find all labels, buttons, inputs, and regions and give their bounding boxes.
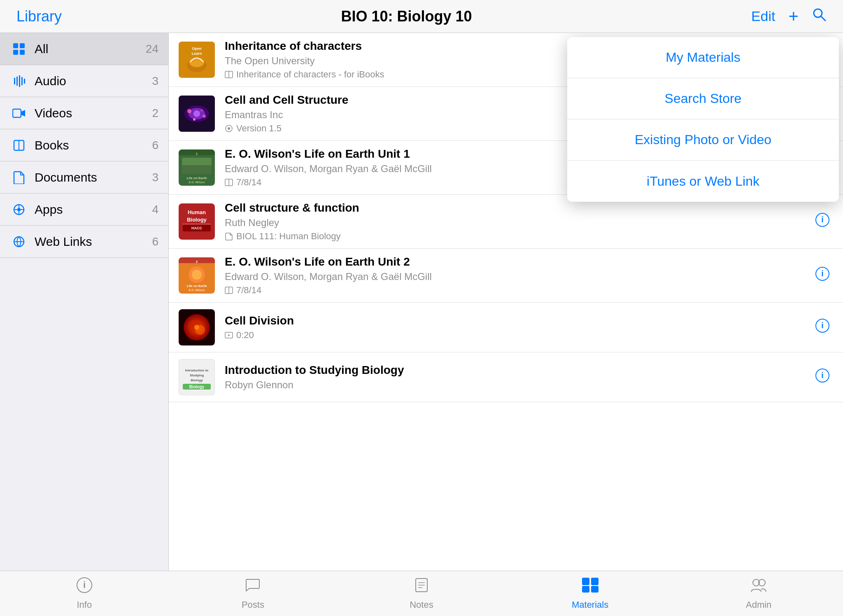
info-button[interactable]: i bbox=[812, 365, 833, 390]
list-item[interactable]: 2 Life on Earth E.O. Wilson E. O. Wilson… bbox=[169, 249, 843, 303]
sidebar-label-all: All bbox=[35, 42, 146, 56]
tab-bar: i Info Posts Notes Materials Admin bbox=[0, 571, 843, 616]
admin-tab-icon bbox=[750, 577, 768, 597]
svg-rect-3 bbox=[20, 43, 25, 48]
svg-point-27 bbox=[189, 57, 204, 67]
notes-tab-label: Notes bbox=[410, 600, 433, 610]
svg-text:Biology: Biology bbox=[189, 385, 205, 389]
item-thumbnail: Open Learn bbox=[179, 42, 215, 78]
svg-point-33 bbox=[193, 110, 200, 117]
sidebar-count-weblinks: 6 bbox=[152, 235, 158, 248]
sidebar-item-documents[interactable]: Documents 3 bbox=[0, 161, 168, 194]
audio-icon bbox=[10, 75, 28, 88]
books-icon bbox=[10, 139, 28, 152]
svg-rect-5 bbox=[20, 50, 25, 55]
info-tab-label: Info bbox=[77, 600, 92, 610]
dropdown-item-search-store[interactable]: Search Store bbox=[567, 78, 839, 119]
info-button[interactable]: i bbox=[812, 209, 833, 234]
svg-text:Biology: Biology bbox=[191, 378, 203, 382]
nav-bar: Library BIO 10: Biology 10 Edit + bbox=[0, 0, 843, 33]
info-button[interactable]: i bbox=[812, 263, 833, 288]
item-subtitle: Edward O. Wilson, Morgan Ryan & Gaël McG… bbox=[225, 271, 812, 282]
list-item[interactable]: Cell Division 0:20 i bbox=[169, 303, 843, 352]
sidebar-count-videos: 2 bbox=[152, 107, 158, 120]
item-thumbnail: Biology Introduction to Studying Biology bbox=[179, 359, 215, 395]
tab-item-notes[interactable]: Notes bbox=[337, 571, 506, 616]
item-meta-text: BIOL 111: Human Biology bbox=[236, 231, 341, 242]
sidebar-count-documents: 3 bbox=[152, 171, 158, 184]
sidebar-label-documents: Documents bbox=[35, 170, 152, 184]
item-title: Introduction to Studying Biology bbox=[225, 364, 812, 377]
tab-item-info[interactable]: i Info bbox=[0, 571, 169, 616]
sidebar-label-videos: Videos bbox=[35, 106, 152, 120]
svg-rect-98 bbox=[591, 586, 598, 593]
dropdown-item-existing-photo-video[interactable]: Existing Photo or Video bbox=[567, 119, 839, 161]
svg-text:i: i bbox=[83, 580, 86, 590]
svg-text:i: i bbox=[821, 215, 824, 224]
item-thumbnail bbox=[179, 96, 215, 132]
sidebar-item-all[interactable]: All 24 bbox=[0, 33, 168, 65]
svg-rect-11 bbox=[13, 109, 21, 117]
sidebar-label-weblinks: Web Links bbox=[35, 235, 152, 249]
svg-rect-4 bbox=[13, 50, 18, 55]
edit-button[interactable]: Edit bbox=[751, 8, 775, 24]
weblinks-icon bbox=[10, 235, 28, 248]
sidebar-count-audio: 3 bbox=[152, 75, 158, 88]
svg-rect-9 bbox=[21, 77, 23, 85]
svg-rect-95 bbox=[582, 578, 589, 585]
svg-text:Biology: Biology bbox=[187, 217, 207, 223]
videos-icon bbox=[10, 107, 28, 120]
item-meta-text: 7/8/14 bbox=[236, 177, 261, 188]
item-info: Introduction to Studying Biology Robyn G… bbox=[225, 364, 812, 391]
list-item[interactable]: Biology Introduction to Studying Biology… bbox=[169, 352, 843, 402]
item-meta: 0:20 bbox=[225, 330, 812, 341]
item-meta-text: 0:20 bbox=[236, 330, 254, 341]
add-button[interactable]: + bbox=[788, 8, 799, 25]
item-meta-text: Version 1.5 bbox=[236, 123, 282, 134]
sidebar: All 24 Audio 3 Videos 2 Books 6 bbox=[0, 33, 169, 571]
sidebar-item-videos[interactable]: Videos 2 bbox=[0, 97, 168, 129]
list-item[interactable]: Human Biology HACC Cell structure & func… bbox=[169, 195, 843, 249]
sidebar-item-apps[interactable]: Apps 4 bbox=[0, 194, 168, 226]
sidebar-count-books: 6 bbox=[152, 139, 158, 152]
svg-point-34 bbox=[187, 109, 191, 113]
all-icon bbox=[10, 42, 28, 56]
svg-rect-97 bbox=[582, 586, 589, 593]
tab-item-posts[interactable]: Posts bbox=[169, 571, 338, 616]
item-subtitle: Robyn Glennon bbox=[225, 379, 812, 391]
sidebar-item-weblinks[interactable]: Web Links 6 bbox=[0, 226, 168, 258]
apps-icon bbox=[10, 203, 28, 216]
dropdown-item-itunes-web-link[interactable]: iTunes or Web Link bbox=[567, 161, 839, 202]
item-info: Cell Division 0:20 bbox=[225, 314, 812, 341]
tab-item-admin[interactable]: Admin bbox=[674, 571, 843, 616]
posts-tab-icon bbox=[245, 577, 261, 597]
svg-text:i: i bbox=[821, 269, 824, 278]
svg-rect-96 bbox=[591, 578, 598, 585]
search-icon[interactable] bbox=[812, 7, 827, 26]
item-info: Cell structure & function Ruth Negley BI… bbox=[225, 201, 812, 242]
nav-actions: Edit + bbox=[751, 7, 827, 26]
item-thumbnail bbox=[179, 309, 215, 345]
library-back-button[interactable]: Library bbox=[16, 8, 62, 25]
sidebar-count-all: 24 bbox=[146, 42, 158, 56]
svg-point-65 bbox=[192, 270, 202, 280]
sidebar-label-audio: Audio bbox=[35, 74, 152, 88]
svg-text:E.O. Wilson: E.O. Wilson bbox=[189, 181, 205, 184]
notes-tab-icon bbox=[413, 577, 430, 597]
sidebar-item-audio[interactable]: Audio 3 bbox=[0, 65, 168, 97]
info-button[interactable]: i bbox=[812, 315, 833, 340]
tab-item-materials[interactable]: Materials bbox=[506, 571, 675, 616]
sidebar-item-books[interactable]: Books 6 bbox=[0, 129, 168, 161]
item-meta: BIOL 111: Human Biology bbox=[225, 231, 812, 242]
materials-tab-icon bbox=[581, 577, 599, 597]
info-tab-icon: i bbox=[76, 577, 93, 597]
svg-text:Life on Earth: Life on Earth bbox=[187, 284, 207, 288]
svg-rect-45 bbox=[182, 165, 212, 174]
item-title: Cell structure & function bbox=[225, 201, 812, 215]
svg-point-39 bbox=[228, 127, 230, 130]
svg-marker-78 bbox=[228, 334, 231, 336]
materials-tab-label: Materials bbox=[572, 600, 608, 610]
dropdown-label-search-store: Search Store bbox=[665, 91, 742, 106]
svg-text:Human: Human bbox=[188, 209, 206, 215]
dropdown-item-my-materials[interactable]: My Materials bbox=[567, 37, 839, 78]
